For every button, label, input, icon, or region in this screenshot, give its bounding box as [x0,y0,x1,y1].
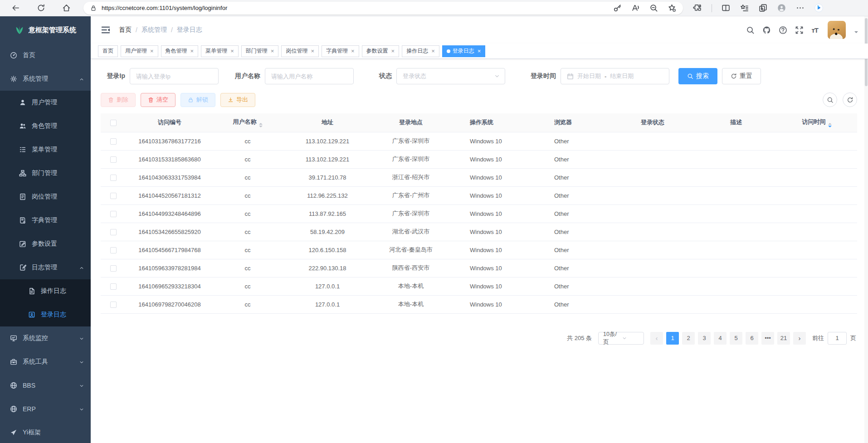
user-avatar[interactable] [828,21,846,39]
sidebar-item-log-management[interactable]: 日志管理 [0,256,91,279]
sidebar-item-post-management[interactable]: 岗位管理 [0,185,91,209]
page-button-6[interactable]: 6 [746,332,758,345]
zoom-out-icon[interactable] [649,4,658,13]
bing-copilot-icon[interactable] [814,4,824,13]
select-all-checkbox[interactable] [110,120,117,126]
reset-button[interactable]: 重置 [722,68,761,84]
row-checkbox[interactable] [110,247,117,253]
sidebar-item-bbs[interactable]: BBS [0,374,91,397]
profile-icon[interactable] [777,4,786,13]
next-page-button[interactable]: › [793,332,806,345]
clear-button[interactable]: 清空 [141,93,176,107]
sidebar-item-role-management[interactable]: 角色管理 [0,114,91,138]
sidebar-item-home[interactable]: 首页 [0,44,91,67]
tab-home[interactable]: 首页 [98,45,118,57]
row-checkbox[interactable] [110,229,117,235]
tab-close-icon[interactable]: × [150,48,154,54]
tab-menu-management[interactable]: 菜单管理× [201,45,239,57]
delete-button[interactable]: 删除 [101,93,136,107]
row-checkbox[interactable] [110,193,117,199]
sidebar-item-system-tools[interactable]: 系统工具 [0,350,91,374]
row-checkbox[interactable] [110,283,117,290]
tab-close-icon[interactable]: × [311,48,314,54]
tab-param-settings[interactable]: 参数设置× [362,45,400,57]
tab-dict-management[interactable]: 字典管理× [322,45,359,57]
sidebar-item-system-management[interactable]: 系统管理 [0,67,91,91]
tab-dept-management[interactable]: 部门管理× [241,45,279,57]
tab-close-icon[interactable]: × [351,48,355,54]
favorites-bar-icon[interactable] [740,4,749,13]
row-checkbox[interactable] [110,211,117,217]
date-range-picker[interactable]: 开始日期 - 结束日期 [561,68,669,84]
sidebar-item-user-management[interactable]: 用户管理 [0,91,91,114]
avatar-caret-icon[interactable] [854,31,858,35]
table-refresh-button[interactable] [843,92,857,107]
header-search-icon[interactable] [746,26,755,34]
address-bar[interactable]: https://ccnetcore.com:1101/system/log/lo… [83,2,683,15]
sort-caret-icon[interactable] [828,123,832,127]
tab-close-icon[interactable]: × [391,48,395,54]
page-button-5[interactable]: 5 [730,332,742,345]
github-icon[interactable] [762,26,771,34]
tab-login-log[interactable]: 登录日志× [442,45,486,57]
password-key-icon[interactable] [613,4,622,13]
row-checkbox[interactable] [110,138,117,145]
row-checkbox[interactable] [110,302,117,308]
tab-close-icon[interactable]: × [190,48,194,54]
sidebar-item-yi-framework[interactable]: Yi框架 [0,421,91,443]
read-aloud-icon[interactable] [631,4,640,13]
page-size-select[interactable]: 10条/页 [598,332,644,345]
tab-close-icon[interactable]: × [478,48,481,54]
sidebar-item-dept-management[interactable]: 部门管理 [0,161,91,185]
tab-close-icon[interactable]: × [271,48,274,54]
help-icon[interactable] [779,26,787,34]
row-checkbox[interactable] [110,156,117,163]
unlock-button[interactable]: 解锁 [180,93,215,107]
sidebar-item-param-settings[interactable]: 参数设置 [0,232,91,256]
more-pages-button[interactable]: ••• [761,332,774,345]
tab-role-management[interactable]: 角色管理× [161,45,199,57]
page-button-2[interactable]: 2 [682,332,695,345]
extensions-icon[interactable] [693,4,702,13]
sidebar-item-dict-management[interactable]: 字典管理 [0,209,91,232]
url-text[interactable]: https://ccnetcore.com:1101/system/log/lo… [102,5,613,11]
split-screen-icon[interactable] [722,4,731,13]
page-button-21[interactable]: 21 [777,332,790,345]
table-header-col-visit-time[interactable]: 访问时间 [776,113,857,132]
sidebar-item-login-log[interactable]: 登录日志 [0,303,91,326]
breadcrumb-item[interactable]: 首页 [119,26,132,34]
sort-caret-icon[interactable] [259,123,263,127]
tab-post-management[interactable]: 岗位管理× [281,45,319,57]
back-icon[interactable] [10,3,21,14]
tab-close-icon[interactable]: × [431,48,435,54]
page-button-3[interactable]: 3 [698,332,711,345]
row-checkbox[interactable] [110,265,117,272]
page-button-1[interactable]: 1 [666,332,679,345]
favorite-star-icon[interactable] [668,4,677,13]
user-name-input[interactable] [265,68,354,84]
sidebar-item-system-monitor[interactable]: 系统监控 [0,326,91,350]
collapse-menu-icon[interactable] [101,25,111,35]
sidebar-item-erp[interactable]: ERP [0,397,91,421]
search-button[interactable]: 搜索 [678,68,717,84]
login-ip-input[interactable] [130,68,219,84]
font-size-icon[interactable]: тT [811,26,818,34]
status-select[interactable]: 登录状态 [396,68,505,84]
tab-operation-log[interactable]: 操作日志× [402,45,439,57]
prev-page-button[interactable]: ‹ [650,332,663,345]
export-button[interactable]: 导出 [220,93,255,107]
home-icon[interactable] [61,3,72,14]
goto-page-input[interactable] [828,332,847,345]
collections-icon[interactable] [759,4,768,13]
scrollbar[interactable] [864,16,868,443]
table-search-toggle-button[interactable] [823,92,837,107]
page-button-4[interactable]: 4 [714,332,727,345]
more-menu-icon[interactable] [796,4,805,13]
fullscreen-icon[interactable] [795,26,804,34]
row-checkbox[interactable] [110,175,117,181]
sidebar-item-menu-management[interactable]: 菜单管理 [0,138,91,161]
sidebar-item-operation-log[interactable]: 操作日志 [0,279,91,303]
tab-user-management[interactable]: 用户管理× [121,45,158,57]
tab-close-icon[interactable]: × [230,48,234,54]
refresh-icon[interactable] [35,3,46,14]
